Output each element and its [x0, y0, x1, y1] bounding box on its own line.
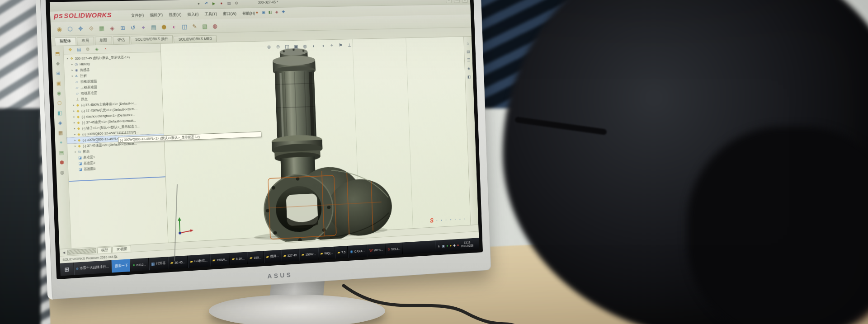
- tree-expand-arrow[interactable]: ▸: [71, 73, 74, 79]
- menubar-icon[interactable]: ★: [254, 9, 259, 15]
- panel-tab-icon[interactable]: ⚙: [85, 46, 91, 52]
- taskbar-item[interactable]: ● 6312...: [130, 258, 149, 272]
- tray-icon[interactable]: ●: [446, 244, 448, 248]
- menubar-icon[interactable]: ◈: [274, 9, 279, 15]
- left-strip-icon[interactable]: ⊞: [55, 70, 62, 77]
- tree-expand-arrow[interactable]: ▾: [66, 56, 69, 61]
- panel-tab-icon[interactable]: ▤: [76, 47, 82, 53]
- task-pane-icon[interactable]: ◧: [467, 74, 472, 80]
- task-pane-icon[interactable]: ☰: [466, 57, 471, 63]
- tree-expand-arrow[interactable]: ▸: [73, 126, 76, 131]
- task-pane-icon[interactable]: ⌂: [465, 41, 470, 46]
- left-strip-icon[interactable]: ◆: [54, 60, 61, 67]
- toolbar-icon[interactable]: ▤: [150, 23, 158, 31]
- menubar-icon[interactable]: ◧: [267, 9, 273, 15]
- toolbar-icon[interactable]: ⬢: [160, 23, 168, 31]
- document-tab[interactable]: 3D视图: [113, 246, 131, 253]
- taskbar-item[interactable]: ▦ 计算器: [149, 257, 169, 270]
- tree-expand-arrow[interactable]: ▸: [72, 120, 76, 126]
- commandmanager-tab[interactable]: SOLIDWORKS MBD: [174, 35, 217, 43]
- toolbar-icon[interactable]: ◐: [170, 22, 179, 31]
- headsup-icon[interactable]: ▣: [293, 43, 299, 50]
- menubar-icon[interactable]: ▣: [261, 9, 266, 15]
- tray-expand-icon[interactable]: ∧: [438, 244, 440, 248]
- menu-item[interactable]: 编辑(E): [147, 12, 165, 19]
- menu-item[interactable]: 工具(T): [202, 11, 220, 18]
- document-tab[interactable]: 模型: [97, 247, 112, 254]
- taskbar-item[interactable]: ▰ 150W...: [210, 253, 230, 267]
- taskbar-item[interactable]: ▰ 5.5K...: [230, 252, 248, 265]
- left-strip-icon[interactable]: ⌖: [57, 139, 65, 146]
- tree-expand-arrow[interactable]: ▸: [72, 114, 76, 120]
- commandmanager-tab[interactable]: 草图: [94, 36, 112, 45]
- left-strip-icon[interactable]: ▦: [57, 129, 64, 136]
- toolbar-icon[interactable]: ◈: [108, 23, 117, 32]
- taskbar-item[interactable]: ▰ 30-45...: [168, 256, 188, 269]
- task-pane-icon[interactable]: ▤: [466, 49, 471, 55]
- pump-3d-model[interactable]: [190, 40, 409, 247]
- menu-item[interactable]: 窗口(W): [220, 10, 239, 17]
- menu-item[interactable]: 视图(V): [166, 11, 184, 18]
- task-pane-icon[interactable]: ◈: [466, 66, 471, 71]
- taskbar-item[interactable]: 搜索一下: [111, 259, 131, 272]
- tray-icon[interactable]: ●: [450, 244, 452, 248]
- corner-mini-icon[interactable]: ◦: [444, 218, 448, 222]
- taskbar-item[interactable]: ▰ 150...: [247, 251, 264, 264]
- left-strip-icon[interactable]: ⬡: [56, 99, 63, 106]
- tree-expand-arrow[interactable]: ▸: [74, 143, 77, 149]
- corner-mini-icon[interactable]: ▪: [458, 217, 462, 221]
- taskbar-item[interactable]: ▰ 327-45: [281, 249, 300, 262]
- left-strip-icon[interactable]: ▤: [58, 149, 65, 156]
- tree-expand-arrow[interactable]: ▸: [74, 149, 77, 155]
- tree-expand-arrow[interactable]: ▸: [73, 131, 76, 137]
- left-strip-icon[interactable]: ◈: [57, 119, 64, 127]
- headsup-icon[interactable]: ⌖: [329, 42, 335, 49]
- toolbar-icon[interactable]: ◍: [211, 22, 219, 30]
- headsup-icon[interactable]: ◑: [320, 42, 326, 49]
- left-strip-icon[interactable]: ⬢: [58, 159, 66, 166]
- toolbar-icon[interactable]: ⟐: [87, 24, 95, 33]
- doc-tabs-scroll-left[interactable]: ◀: [61, 250, 66, 254]
- taskbar-item[interactable]: e 水泵十大品牌排行...: [74, 260, 112, 275]
- headsup-icon[interactable]: ⚑: [337, 42, 344, 49]
- corner-mini-icon[interactable]: ◦: [453, 217, 457, 221]
- headsup-icon[interactable]: ⟂: [346, 42, 353, 49]
- taskbar-item[interactable]: S SOLI...: [385, 243, 403, 256]
- commandmanager-tab[interactable]: 评估: [113, 36, 130, 45]
- window-control-icon[interactable]: –: [446, 0, 452, 3]
- tree-expand-arrow[interactable]: ▸: [71, 67, 74, 73]
- toolbar-icon[interactable]: ◉: [55, 24, 64, 33]
- headsup-icon[interactable]: ◍: [302, 43, 308, 50]
- tray-icon[interactable]: ●: [457, 243, 459, 247]
- toolbar-icon[interactable]: ▦: [97, 24, 106, 33]
- window-control-icon[interactable]: ✕: [462, 0, 468, 3]
- taskbar-item[interactable]: W WPS...: [367, 244, 386, 257]
- corner-mini-icon[interactable]: ◦: [435, 218, 439, 222]
- tray-icon[interactable]: ◆: [453, 243, 456, 247]
- toolbar-icon[interactable]: ↺: [129, 23, 137, 32]
- panel-splitter[interactable]: [69, 176, 165, 182]
- toolbar-icon[interactable]: ⌖: [139, 23, 148, 32]
- toolbar-icon[interactable]: ⊞: [118, 23, 127, 32]
- tree-expand-arrow[interactable]: ▸: [70, 61, 74, 67]
- commandmanager-tab[interactable]: SOLIDWORKS 插件: [130, 35, 173, 44]
- menu-item[interactable]: 文件(F): [128, 12, 146, 19]
- window-control-icon[interactable]: ❐: [454, 0, 460, 3]
- tray-icon[interactable]: ▣: [442, 244, 445, 248]
- headsup-icon[interactable]: ⊕: [266, 44, 272, 51]
- taskbar-item[interactable]: ▰ 7.5: [335, 246, 348, 258]
- taskbar-clock[interactable]: 13:19 2021/10/28: [461, 241, 473, 249]
- left-strip-icon[interactable]: ◍: [58, 169, 66, 176]
- taskbar-item[interactable]: ▰ 搅拌...: [264, 250, 281, 263]
- menubar-icon[interactable]: ✚: [281, 9, 286, 15]
- tree-expand-arrow[interactable]: ▸: [72, 108, 75, 114]
- viewport-canvas[interactable]: ⊕⊖◫▣◍◐◑⌖⚑⟂: [160, 37, 470, 242]
- toolbar-icon[interactable]: ▧: [201, 22, 209, 30]
- corner-mini-icon[interactable]: ▪: [439, 218, 443, 222]
- taskbar-item[interactable]: ▰ GB标准...: [188, 254, 211, 268]
- left-strip-icon[interactable]: ◧: [56, 109, 63, 116]
- taskbar-item[interactable]: ▰ 150W...: [299, 248, 319, 261]
- panel-tab-icon[interactable]: ◈: [94, 46, 100, 52]
- toolbar-icon[interactable]: ◫: [180, 22, 189, 31]
- taskbar-item[interactable]: ◉ CAXA...: [348, 244, 368, 258]
